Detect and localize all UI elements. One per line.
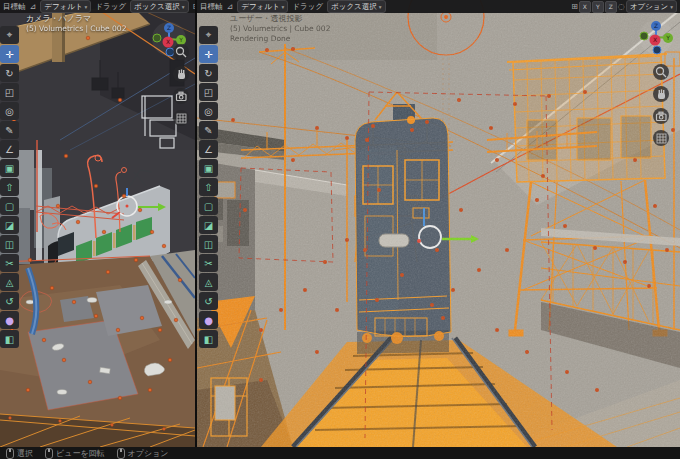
viewport-left: 目標軸 ⊿ デフォルト▾ ドラッグ ボックス選択▾ ⊞ X Y Z ◌ オプショ… [0, 0, 195, 447]
tool-spin[interactable]: ↺ [0, 292, 19, 310]
axis-toggle-x[interactable]: X [579, 1, 591, 13]
tool-rotate[interactable]: ↻ [0, 64, 19, 82]
view-buttons-left [173, 44, 189, 126]
mouse-middle-icon [45, 448, 53, 459]
mirror-icon[interactable]: ⊞ [193, 3, 195, 11]
perspective-toggle-button[interactable] [653, 130, 669, 146]
tool-extrude-region[interactable]: ⇧ [199, 178, 218, 196]
mouse-right-icon [117, 448, 125, 459]
chevron-down-icon: ▾ [182, 4, 185, 10]
tool-bevel[interactable]: ◪ [0, 216, 19, 234]
3d-viewport-canvas-left[interactable] [0, 0, 195, 447]
tool-knife[interactable]: ✂ [199, 254, 218, 272]
tool-poly-build[interactable]: ◬ [199, 273, 218, 291]
gizmo-y-label: Y [178, 36, 183, 43]
tool-poly-build[interactable]: ◬ [0, 273, 19, 291]
header-fragment-label: 目標軸 [3, 2, 26, 12]
navigation-gizmo[interactable]: Z Y X [638, 19, 674, 55]
camera-view-button[interactable] [653, 108, 669, 124]
header-fragment-label: 目標軸 [200, 2, 223, 12]
tool-spin[interactable]: ↺ [199, 292, 218, 310]
tool-edge-slide[interactable]: ◧ [199, 330, 218, 348]
box-select-dropdown[interactable]: ボックス選択▾ [327, 0, 385, 13]
hand-icon [178, 69, 185, 79]
box-select-dropdown[interactable]: ボックス選択▾ [130, 0, 188, 13]
status-hint-rotate-view: ビューを回転 [45, 448, 105, 459]
gizmo-dropdown[interactable]: デフォルト▾ [40, 0, 91, 13]
zoom-button[interactable] [653, 64, 669, 80]
chevron-down-icon: ▾ [282, 4, 285, 10]
tool-loop-cut[interactable]: ◫ [0, 235, 19, 253]
tool-scale[interactable]: ◰ [0, 83, 19, 101]
tool-transform[interactable]: ◎ [199, 102, 218, 120]
tool-measure[interactable]: ∠ [199, 140, 218, 158]
options-dropdown[interactable]: オプション▾ [626, 0, 677, 13]
status-bar: 選択 ビューを回転 オプション [0, 447, 680, 459]
drag-label: ドラッグ [95, 2, 126, 12]
grid-icon [657, 134, 666, 143]
tool-inset-faces[interactable]: ▢ [0, 197, 19, 215]
axis-toggle-y[interactable]: Y [592, 1, 604, 13]
hand-icon [658, 89, 665, 99]
pan-button[interactable] [173, 66, 189, 82]
tool-smooth[interactable]: ● [199, 311, 218, 329]
tool-move[interactable]: ✛ [199, 45, 218, 63]
camera-icon [657, 112, 667, 120]
tool-add-cube[interactable]: ▣ [199, 159, 218, 177]
chevron-down-icon: ▾ [670, 4, 673, 10]
tool-annotate[interactable]: ✎ [199, 121, 218, 139]
tool-annotate[interactable]: ✎ [0, 121, 19, 139]
mouse-left-icon [6, 448, 14, 459]
tool-settings-header-right: 目標軸 ⊿ デフォルト▾ ドラッグ ボックス選択▾ ⊞ X Y Z ◌ オプショ… [197, 0, 680, 13]
snap-icon[interactable]: ⊿ [227, 3, 234, 11]
gizmo-x-label: X [653, 36, 657, 43]
mirror-icon[interactable]: ⊞ [571, 3, 578, 11]
tool-cursor[interactable]: ⌖ [199, 26, 218, 44]
toolbar-left: ⌖✛↻◰◎✎∠▣⇧▢◪◫✂◬↺●◧ [0, 26, 19, 348]
camera-view-button[interactable] [173, 88, 189, 104]
tool-edge-slide[interactable]: ◧ [0, 330, 19, 348]
tool-scale[interactable]: ◰ [199, 83, 218, 101]
zoom-button[interactable] [173, 44, 189, 60]
tool-knife[interactable]: ✂ [0, 254, 19, 272]
viewport-right: 目標軸 ⊿ デフォルト▾ ドラッグ ボックス選択▾ ⊞ X Y Z ◌ オプショ… [197, 0, 680, 447]
grid-icon [177, 114, 186, 123]
snap-icon[interactable]: ⊿ [30, 3, 37, 11]
tool-transform[interactable]: ◎ [0, 102, 19, 120]
tool-move[interactable]: ✛ [0, 45, 19, 63]
chevron-down-icon: ▾ [379, 4, 382, 10]
tool-loop-cut[interactable]: ◫ [199, 235, 218, 253]
drag-label: ドラッグ [292, 2, 323, 12]
tool-settings-header-left: 目標軸 ⊿ デフォルト▾ ドラッグ ボックス選択▾ ⊞ X Y Z ◌ オプショ… [0, 0, 195, 13]
camera-icon [177, 92, 187, 100]
tool-inset-faces[interactable]: ▢ [199, 197, 218, 215]
gizmo-y-label: Y [665, 34, 670, 41]
tool-add-cube[interactable]: ▣ [0, 159, 19, 177]
pan-button[interactable] [653, 86, 669, 102]
view-buttons-right [653, 64, 669, 146]
status-hint-select: 選択 [6, 448, 33, 459]
perspective-toggle-button[interactable] [173, 110, 189, 126]
tool-smooth[interactable]: ● [0, 311, 19, 329]
tool-cursor[interactable]: ⌖ [0, 26, 19, 44]
tool-measure[interactable]: ∠ [0, 140, 19, 158]
gizmo-z-label: Z [654, 22, 658, 29]
gizmo-dropdown[interactable]: デフォルト▾ [237, 0, 288, 13]
gizmo-z-label: Z [167, 24, 171, 31]
status-hint-options: オプション [117, 448, 169, 459]
tool-rotate[interactable]: ↻ [199, 64, 218, 82]
toolbar-right: ⌖✛↻◰◎✎∠▣⇧▢◪◫✂◬↺●◧ [199, 26, 218, 348]
chevron-down-icon: ▾ [85, 4, 88, 10]
tool-bevel[interactable]: ◪ [199, 216, 218, 234]
3d-viewport-canvas-right[interactable] [197, 0, 680, 447]
proportional-edit-icon[interactable]: ◌ [618, 3, 625, 11]
tool-extrude-region[interactable]: ⇧ [0, 178, 19, 196]
axis-toggle-z[interactable]: Z [605, 1, 617, 13]
gizmo-x-label: X [166, 38, 170, 45]
